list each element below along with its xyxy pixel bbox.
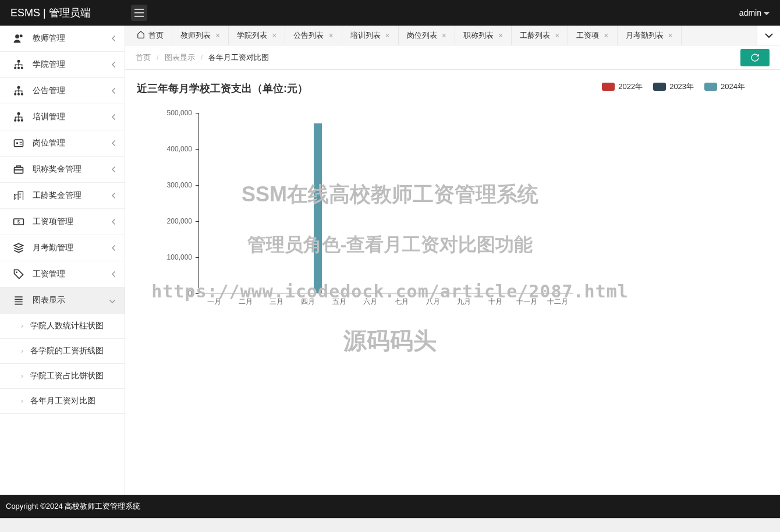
refresh-icon [750,53,760,62]
legend-item[interactable]: 2024年 [704,81,745,92]
crumb-sep: / [201,53,203,62]
sidebar-item-label: 工龄奖金管理 [33,190,112,201]
chevron-left-icon [112,243,115,253]
sidebar-subitem-label: 各年月工资对比图 [30,396,95,406]
tab-home[interactable]: 首页 [125,26,172,45]
tab[interactable]: 公告列表× [285,26,342,45]
sidebar-item[interactable]: 月考勤管理 [0,235,125,261]
legend-swatch [602,83,615,91]
crumb-home[interactable]: 首页 [136,52,151,63]
y-tick: 200,000 [163,217,198,225]
tabs-more-button[interactable] [757,26,780,45]
org-icon [12,85,26,97]
tab[interactable]: 职称列表× [455,26,512,45]
sidebar-item-label: 月考勤管理 [33,243,112,253]
tab[interactable]: 教师列表× [172,26,229,45]
chevron-left-icon [112,34,115,43]
legend-label: 2022年 [618,81,643,92]
close-icon[interactable]: × [385,31,390,40]
crumb-sep: / [157,53,159,62]
crumb-section[interactable]: 图表显示 [165,52,195,63]
tag-icon [12,268,26,280]
svg-point-15 [16,142,18,144]
tab-label: 职称列表 [463,30,494,41]
tab[interactable]: 工资项× [568,26,617,45]
sidebar-subitem[interactable]: ›学院人数统计柱状图 [0,314,125,339]
chevron-left-icon [112,165,115,174]
close-icon[interactable]: × [442,31,446,40]
footer: Copyright ©2024 高校教师工资管理系统 [0,495,780,518]
tab-label: 学院列表 [237,30,267,41]
close-icon[interactable]: × [215,31,220,40]
user-name: admin [739,8,761,17]
chevron-down-icon [109,296,115,305]
money-icon: $ [12,216,26,228]
chart-container: 近三年每月学校工资支出（单位:元） 2022年2023年2024年 0100,0… [125,70,780,318]
chevron-left-icon [112,60,115,69]
legend-item[interactable]: 2022年 [602,81,643,92]
close-icon[interactable]: × [668,31,673,40]
svg-point-8 [17,93,20,95]
y-tick-label: 200,000 [163,217,196,225]
sidebar-item[interactable]: 工资管理 [0,261,125,288]
chart-legend: 2022年2023年2024年 [602,81,745,92]
tab-label: 月考勤列表 [626,30,664,41]
sidebar-item[interactable]: 工龄奖金管理 [0,183,125,209]
legend-swatch [704,83,717,91]
breadcrumb: 首页 / 图表显示 / 各年月工资对比图 [136,52,269,63]
x-tick-label: 十一月 [511,297,543,307]
x-tick-label: 二月 [230,297,261,307]
users-icon [12,33,26,44]
sidebar-item[interactable]: 培训管理 [0,104,125,130]
svg-point-4 [17,67,20,69]
x-tick-label: 十月 [480,297,511,307]
tab[interactable]: 岗位列表× [399,26,455,45]
home-icon [137,30,145,40]
sidebar-item-label: 工资管理 [33,269,112,279]
hamburger-icon [134,9,144,17]
svg-point-0 [15,34,19,38]
x-tick-label: 九月 [448,297,480,307]
sidebar-item[interactable]: 图表显示 [0,288,125,314]
y-tick: 100,000 [163,253,198,261]
svg-point-12 [17,119,20,122]
x-tick-label: 十二月 [542,297,573,307]
close-icon[interactable]: × [272,31,276,40]
refresh-button[interactable] [740,49,770,66]
sidebar-item[interactable]: 公告管理 [0,78,125,104]
sidebar-item[interactable]: 教师管理 [0,26,125,52]
svg-point-10 [17,112,20,115]
svg-point-6 [17,86,20,89]
close-icon[interactable]: × [555,31,559,40]
sidebar-subitem[interactable]: ›各学院的工资折线图 [0,339,125,364]
sidebar-item-label: 工资项管理 [33,217,112,227]
y-tick: 300,000 [163,181,198,189]
sidebar-item[interactable]: $工资项管理 [0,209,125,235]
y-tick: 500,000 [163,109,198,117]
sidebar-subitem[interactable]: ›学院工资占比饼状图 [0,364,125,389]
sidebar-subitem[interactable]: ›各年月工资对比图 [0,389,125,414]
tab[interactable]: 工龄列表× [512,26,568,45]
close-icon[interactable]: × [328,31,333,40]
org-icon [12,111,26,123]
chevron-left-icon [112,112,115,122]
tab[interactable]: 学院列表× [229,26,285,45]
breadcrumb-bar: 首页 / 图表显示 / 各年月工资对比图 [125,45,780,70]
sidebar-subitem-label: 学院人数统计柱状图 [30,321,104,331]
sidebar-item[interactable]: 岗位管理 [0,130,125,157]
sidebar-item[interactable]: 职称奖金管理 [0,157,125,183]
close-icon[interactable]: × [604,31,608,40]
tab-label: 教师列表 [180,30,211,41]
tab[interactable]: 培训列表× [342,26,399,45]
svg-point-7 [14,93,16,95]
tab[interactable]: 月考勤列表× [618,26,682,45]
svg-point-13 [21,119,23,122]
y-tick-label: 500,000 [163,109,196,117]
sidebar-toggle-button[interactable] [131,5,147,21]
crumb-current: 各年月工资对比图 [208,52,269,63]
chevron-right-icon: › [21,322,23,330]
sidebar-item[interactable]: 学院管理 [0,52,125,78]
user-menu[interactable]: admin [739,8,780,17]
legend-item[interactable]: 2023年 [653,81,694,92]
close-icon[interactable]: × [498,31,503,40]
